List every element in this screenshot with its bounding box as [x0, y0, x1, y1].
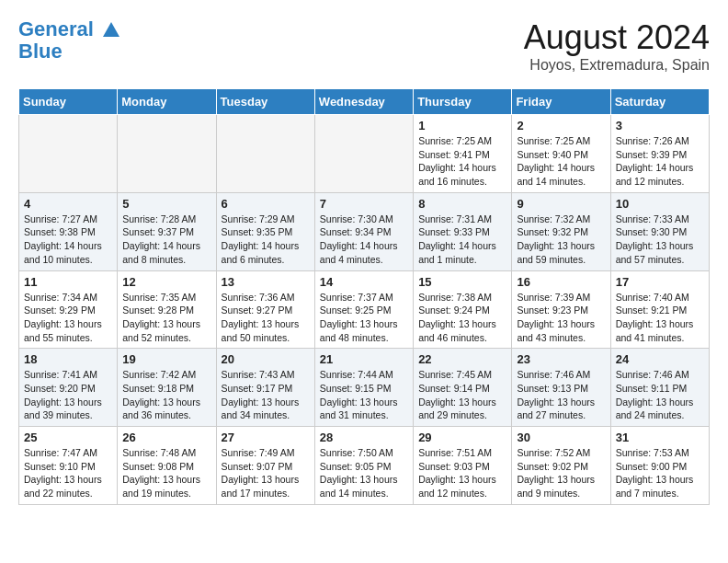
day-number: 29	[418, 431, 506, 444]
calendar-cell: 26Sunrise: 7:48 AM Sunset: 9:08 PM Dayli…	[118, 427, 216, 505]
calendar-cell: 28Sunrise: 7:50 AM Sunset: 9:05 PM Dayli…	[314, 427, 413, 505]
calendar-cell: 22Sunrise: 7:45 AM Sunset: 9:14 PM Dayli…	[414, 349, 512, 427]
day-number: 31	[616, 431, 704, 444]
day-number: 12	[122, 275, 210, 289]
calendar-cell: 13Sunrise: 7:36 AM Sunset: 9:27 PM Dayli…	[216, 270, 314, 349]
location: Hoyos, Extremadura, Spain	[524, 57, 710, 74]
day-info: Sunrise: 7:32 AM Sunset: 9:32 PM Dayligh…	[517, 213, 605, 267]
day-info: Sunrise: 7:38 AM Sunset: 9:24 PM Dayligh…	[418, 291, 506, 345]
day-number: 6	[222, 197, 310, 211]
calendar-week-4: 18Sunrise: 7:41 AM Sunset: 9:20 PM Dayli…	[19, 349, 710, 427]
day-number: 3	[616, 119, 704, 132]
logo-line2: Blue	[18, 40, 121, 63]
day-number: 21	[320, 352, 408, 366]
calendar-cell: 6Sunrise: 7:29 AM Sunset: 9:35 PM Daylig…	[216, 192, 314, 270]
day-info: Sunrise: 7:43 AM Sunset: 9:17 PM Dayligh…	[222, 368, 310, 422]
calendar-cell: 15Sunrise: 7:38 AM Sunset: 9:24 PM Dayli…	[414, 270, 512, 349]
svg-marker-0	[103, 22, 119, 37]
day-info: Sunrise: 7:37 AM Sunset: 9:25 PM Dayligh…	[320, 291, 408, 345]
day-number: 2	[517, 119, 605, 132]
day-info: Sunrise: 7:41 AM Sunset: 9:20 PM Dayligh…	[24, 368, 112, 422]
day-number: 17	[616, 275, 704, 289]
title-block: August 2024 Hoyos, Extremadura, Spain	[524, 18, 710, 74]
calendar-week-2: 4Sunrise: 7:27 AM Sunset: 9:38 PM Daylig…	[19, 192, 710, 270]
day-info: Sunrise: 7:40 AM Sunset: 9:21 PM Dayligh…	[616, 291, 704, 345]
calendar-cell: 7Sunrise: 7:30 AM Sunset: 9:34 PM Daylig…	[314, 192, 413, 270]
day-info: Sunrise: 7:25 AM Sunset: 9:40 PM Dayligh…	[517, 134, 605, 189]
day-number: 4	[24, 197, 112, 211]
calendar-cell: 31Sunrise: 7:53 AM Sunset: 9:00 PM Dayli…	[610, 427, 709, 505]
calendar-cell: 8Sunrise: 7:31 AM Sunset: 9:33 PM Daylig…	[414, 192, 512, 270]
calendar-cell: 11Sunrise: 7:34 AM Sunset: 9:29 PM Dayli…	[19, 270, 118, 349]
calendar-cell: 29Sunrise: 7:51 AM Sunset: 9:03 PM Dayli…	[414, 427, 512, 505]
day-number: 24	[616, 352, 704, 366]
calendar-week-3: 11Sunrise: 7:34 AM Sunset: 9:29 PM Dayli…	[19, 270, 710, 349]
calendar-cell: 12Sunrise: 7:35 AM Sunset: 9:28 PM Dayli…	[118, 270, 216, 349]
day-info: Sunrise: 7:48 AM Sunset: 9:08 PM Dayligh…	[122, 446, 210, 500]
weekday-header-row: SundayMondayTuesdayWednesdayThursdayFrid…	[19, 89, 710, 115]
day-info: Sunrise: 7:52 AM Sunset: 9:02 PM Dayligh…	[517, 446, 605, 500]
calendar-cell: 1Sunrise: 7:25 AM Sunset: 9:41 PM Daylig…	[414, 115, 512, 193]
calendar-cell: 4Sunrise: 7:27 AM Sunset: 9:38 PM Daylig…	[19, 192, 118, 270]
day-info: Sunrise: 7:34 AM Sunset: 9:29 PM Dayligh…	[24, 291, 112, 345]
calendar-cell: 3Sunrise: 7:26 AM Sunset: 9:39 PM Daylig…	[610, 115, 709, 193]
day-number: 14	[320, 275, 408, 289]
day-number: 1	[418, 119, 506, 132]
calendar-cell	[19, 115, 118, 193]
day-number: 19	[122, 352, 210, 366]
day-number: 25	[24, 431, 112, 444]
day-number: 5	[122, 197, 210, 211]
day-number: 18	[24, 352, 112, 366]
day-number: 10	[616, 197, 704, 211]
day-info: Sunrise: 7:51 AM Sunset: 9:03 PM Dayligh…	[418, 446, 506, 500]
calendar-cell: 17Sunrise: 7:40 AM Sunset: 9:21 PM Dayli…	[610, 270, 709, 349]
month-year: August 2024	[524, 18, 710, 57]
day-number: 26	[122, 431, 210, 444]
day-number: 22	[418, 352, 506, 366]
calendar-cell: 5Sunrise: 7:28 AM Sunset: 9:37 PM Daylig…	[118, 192, 216, 270]
calendar-table: SundayMondayTuesdayWednesdayThursdayFrid…	[18, 88, 710, 505]
calendar-cell: 10Sunrise: 7:33 AM Sunset: 9:30 PM Dayli…	[610, 192, 709, 270]
day-number: 20	[222, 352, 310, 366]
day-info: Sunrise: 7:25 AM Sunset: 9:41 PM Dayligh…	[418, 134, 506, 189]
page-header: General Blue August 2024 Hoyos, Extremad…	[18, 18, 710, 74]
day-info: Sunrise: 7:50 AM Sunset: 9:05 PM Dayligh…	[320, 446, 408, 500]
calendar-week-5: 25Sunrise: 7:47 AM Sunset: 9:10 PM Dayli…	[19, 427, 710, 505]
day-info: Sunrise: 7:27 AM Sunset: 9:38 PM Dayligh…	[24, 213, 112, 267]
day-info: Sunrise: 7:36 AM Sunset: 9:27 PM Dayligh…	[222, 291, 310, 345]
day-info: Sunrise: 7:42 AM Sunset: 9:18 PM Dayligh…	[122, 368, 210, 422]
day-info: Sunrise: 7:35 AM Sunset: 9:28 PM Dayligh…	[122, 291, 210, 345]
calendar-cell: 24Sunrise: 7:46 AM Sunset: 9:11 PM Dayli…	[610, 349, 709, 427]
day-info: Sunrise: 7:33 AM Sunset: 9:30 PM Dayligh…	[616, 213, 704, 267]
weekday-header-sunday: Sunday	[19, 89, 118, 115]
day-number: 16	[517, 275, 605, 289]
weekday-header-monday: Monday	[118, 89, 216, 115]
weekday-header-friday: Friday	[512, 89, 610, 115]
calendar-cell: 30Sunrise: 7:52 AM Sunset: 9:02 PM Dayli…	[512, 427, 610, 505]
day-info: Sunrise: 7:46 AM Sunset: 9:11 PM Dayligh…	[616, 368, 704, 422]
day-info: Sunrise: 7:30 AM Sunset: 9:34 PM Dayligh…	[320, 213, 408, 267]
weekday-header-thursday: Thursday	[414, 89, 512, 115]
day-info: Sunrise: 7:39 AM Sunset: 9:23 PM Dayligh…	[517, 291, 605, 345]
weekday-header-saturday: Saturday	[610, 89, 709, 115]
calendar-cell: 19Sunrise: 7:42 AM Sunset: 9:18 PM Dayli…	[118, 349, 216, 427]
calendar-cell	[216, 115, 314, 193]
calendar-cell: 18Sunrise: 7:41 AM Sunset: 9:20 PM Dayli…	[19, 349, 118, 427]
day-info: Sunrise: 7:31 AM Sunset: 9:33 PM Dayligh…	[418, 213, 506, 267]
calendar-cell: 9Sunrise: 7:32 AM Sunset: 9:32 PM Daylig…	[512, 192, 610, 270]
calendar-cell: 25Sunrise: 7:47 AM Sunset: 9:10 PM Dayli…	[19, 427, 118, 505]
day-info: Sunrise: 7:47 AM Sunset: 9:10 PM Dayligh…	[24, 446, 112, 500]
calendar-cell: 23Sunrise: 7:46 AM Sunset: 9:13 PM Dayli…	[512, 349, 610, 427]
calendar-cell	[118, 115, 216, 193]
day-info: Sunrise: 7:29 AM Sunset: 9:35 PM Dayligh…	[222, 213, 310, 267]
day-number: 7	[320, 197, 408, 211]
day-number: 15	[418, 275, 506, 289]
day-number: 8	[418, 197, 506, 211]
day-info: Sunrise: 7:45 AM Sunset: 9:14 PM Dayligh…	[418, 368, 506, 422]
calendar-cell: 20Sunrise: 7:43 AM Sunset: 9:17 PM Dayli…	[216, 349, 314, 427]
day-info: Sunrise: 7:49 AM Sunset: 9:07 PM Dayligh…	[222, 446, 310, 500]
day-info: Sunrise: 7:26 AM Sunset: 9:39 PM Dayligh…	[616, 134, 704, 189]
day-number: 27	[222, 431, 310, 444]
logo-icon	[101, 20, 121, 40]
logo: General Blue	[18, 18, 121, 63]
